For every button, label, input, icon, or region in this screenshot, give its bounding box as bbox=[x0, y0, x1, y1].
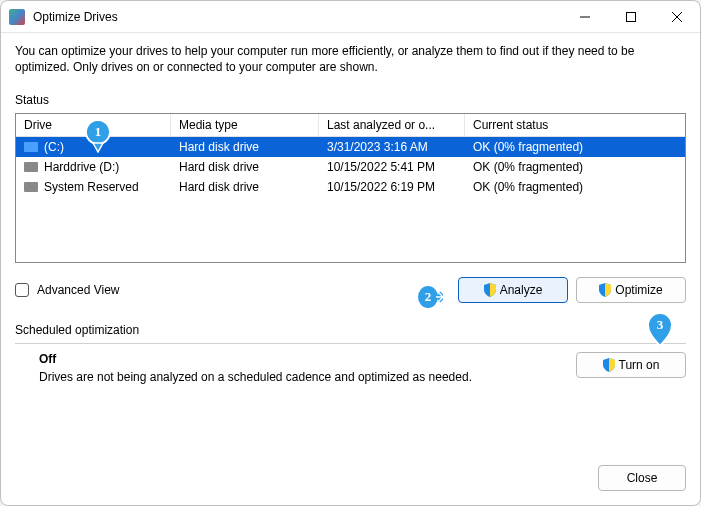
shield-icon bbox=[599, 283, 611, 297]
column-header-status[interactable]: Current status bbox=[465, 114, 685, 136]
last-analyzed: 3/31/2023 3:16 AM bbox=[319, 140, 465, 154]
table-header: Drive Media type Last analyzed or o... C… bbox=[16, 114, 685, 137]
maximize-icon bbox=[626, 12, 636, 22]
drive-icon bbox=[24, 162, 38, 172]
description-text: You can optimize your drives to help you… bbox=[15, 43, 686, 75]
table-row[interactable]: (C:)Hard disk drive3/31/2023 3:16 AMOK (… bbox=[16, 137, 685, 157]
column-header-drive[interactable]: Drive bbox=[16, 114, 171, 136]
minimize-icon bbox=[580, 12, 590, 22]
optimize-button[interactable]: Optimize bbox=[576, 277, 686, 303]
turn-on-button-label: Turn on bbox=[619, 358, 660, 372]
close-button[interactable]: Close bbox=[598, 465, 686, 491]
media-type: Hard disk drive bbox=[171, 140, 319, 154]
current-status: OK (0% fragmented) bbox=[465, 140, 685, 154]
schedule-detail: Drives are not being analyzed on a sched… bbox=[39, 370, 576, 384]
minimize-button[interactable] bbox=[562, 1, 608, 33]
advanced-view-label: Advanced View bbox=[37, 283, 120, 297]
optimize-drives-window: Optimize Drives You can optimize your dr… bbox=[0, 0, 701, 506]
advanced-view-checkbox[interactable] bbox=[15, 283, 29, 297]
drive-name: Harddrive (D:) bbox=[44, 160, 119, 174]
media-type: Hard disk drive bbox=[171, 160, 319, 174]
last-analyzed: 10/15/2022 6:19 PM bbox=[319, 180, 465, 194]
status-section-label: Status bbox=[15, 93, 686, 107]
current-status: OK (0% fragmented) bbox=[465, 160, 685, 174]
window-title: Optimize Drives bbox=[33, 10, 118, 24]
schedule-state: Off bbox=[39, 352, 576, 366]
app-icon bbox=[9, 9, 25, 25]
svg-rect-1 bbox=[627, 12, 636, 21]
maximize-button[interactable] bbox=[608, 1, 654, 33]
drive-icon bbox=[24, 182, 38, 192]
analyze-button-label: Analyze bbox=[500, 283, 543, 297]
shield-icon bbox=[484, 283, 496, 297]
analyze-button[interactable]: Analyze bbox=[458, 277, 568, 303]
optimize-button-label: Optimize bbox=[615, 283, 662, 297]
drive-name: System Reserved bbox=[44, 180, 139, 194]
titlebar: Optimize Drives bbox=[1, 1, 700, 33]
media-type: Hard disk drive bbox=[171, 180, 319, 194]
table-row[interactable]: Harddrive (D:)Hard disk drive10/15/2022 … bbox=[16, 157, 685, 177]
last-analyzed: 10/15/2022 5:41 PM bbox=[319, 160, 465, 174]
drive-name: (C:) bbox=[44, 140, 64, 154]
close-button-label: Close bbox=[627, 471, 658, 485]
drives-table: Drive Media type Last analyzed or o... C… bbox=[15, 113, 686, 263]
drive-icon bbox=[24, 142, 38, 152]
current-status: OK (0% fragmented) bbox=[465, 180, 685, 194]
divider bbox=[15, 343, 686, 344]
column-header-media[interactable]: Media type bbox=[171, 114, 319, 136]
turn-on-button[interactable]: Turn on bbox=[576, 352, 686, 378]
scheduled-optimization-label: Scheduled optimization bbox=[15, 323, 686, 337]
table-row[interactable]: System ReservedHard disk drive10/15/2022… bbox=[16, 177, 685, 197]
close-window-button[interactable] bbox=[654, 1, 700, 33]
close-icon bbox=[672, 12, 682, 22]
shield-icon bbox=[603, 358, 615, 372]
column-header-last[interactable]: Last analyzed or o... bbox=[319, 114, 465, 136]
